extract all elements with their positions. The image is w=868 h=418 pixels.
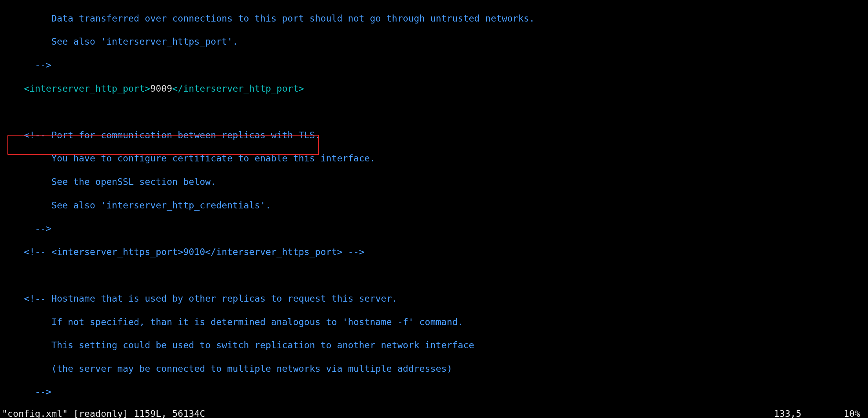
code-line: <interserver_http_port>9009</interserver… [2, 83, 868, 94]
code-line: This setting could be used to switch rep… [2, 339, 868, 351]
code-line [2, 106, 868, 118]
status-filename: "config.xml" [readonly] 1159L, 56134C [2, 408, 205, 418]
code-line: If not specified, than it is determined … [2, 316, 868, 328]
code-line: --> [2, 223, 868, 234]
code-line: See also 'interserver_http_credentials'. [2, 199, 868, 211]
status-cursor-pos: 133,5 [774, 408, 801, 418]
status-bar: "config.xml" [readonly] 1159L, 56134C 13… [0, 409, 868, 418]
code-line: You have to configure certificate to ena… [2, 152, 868, 164]
xml-value: 9009 [150, 83, 172, 94]
code-line: <!-- Hostname that is used by other repl… [2, 293, 868, 304]
code-line: (the server may be connected to multiple… [2, 363, 868, 375]
code-line: <!-- Port for communication between repl… [2, 129, 868, 141]
code-line: <!-- <interserver_https_port>9010</inter… [2, 246, 868, 258]
code-line: See also 'interserver_https_port'. [2, 36, 868, 47]
code-line: --> [2, 59, 868, 71]
terminal-viewport[interactable]: Data transferred over connections to thi… [0, 0, 868, 418]
code-line: See the openSSL section below. [2, 176, 868, 188]
code-line: Data transferred over connections to thi… [2, 13, 868, 24]
xml-tag-open: <interserver_http_port> [24, 83, 150, 94]
editor-content[interactable]: Data transferred over connections to thi… [0, 0, 868, 409]
status-scroll-pct: 10% [844, 408, 860, 418]
code-line [2, 269, 868, 281]
code-line: --> [2, 386, 868, 398]
xml-tag-close: </interserver_http_port> [172, 83, 304, 94]
